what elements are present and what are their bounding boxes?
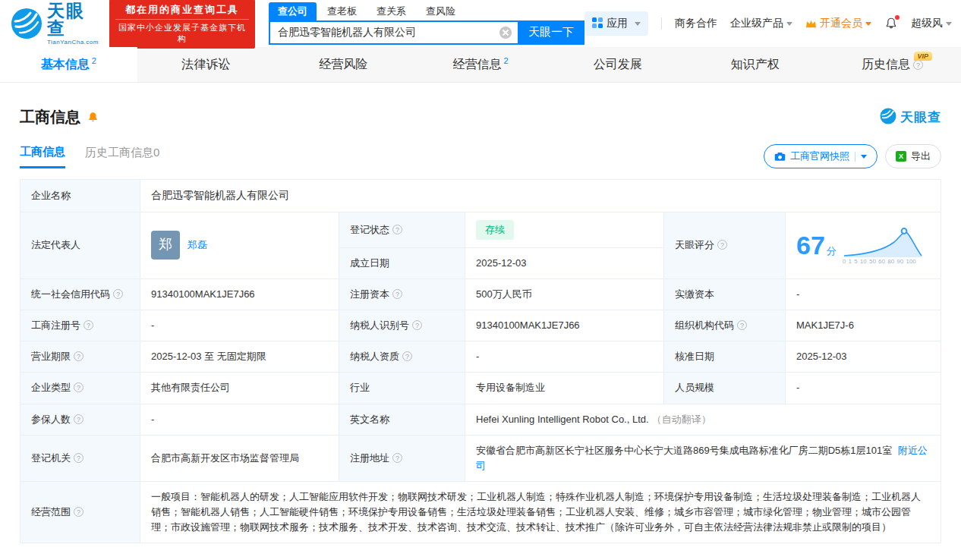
company-name-label: 企业名称 bbox=[20, 180, 140, 212]
brand-domain: TianYanCha.com bbox=[47, 39, 102, 46]
help-icon[interactable] bbox=[74, 453, 83, 463]
search-tab-relation[interactable]: 查关系 bbox=[367, 2, 415, 20]
tab-operation-info[interactable]: 经营信息2 bbox=[412, 47, 550, 82]
staff-label: 人员规模 bbox=[664, 373, 786, 404]
header-nav: 应用 商务合作 企业级产品 开通会员 超级风 bbox=[584, 11, 952, 36]
brand-name: 天眼查 bbox=[47, 2, 102, 37]
help-icon[interactable] bbox=[412, 320, 422, 330]
reg-status-label: 登记状态 bbox=[339, 212, 465, 247]
tab-count-badge: 2 bbox=[92, 56, 96, 65]
status-badge: 存续 bbox=[476, 220, 514, 240]
company-name: 合肥迅零智能机器人有限公司 bbox=[140, 180, 941, 212]
alarm-bell-icon[interactable] bbox=[87, 111, 99, 124]
tab-intellectual-property[interactable]: 知识产权 bbox=[686, 47, 824, 82]
insured: - bbox=[140, 404, 339, 435]
legal-rep-cell: 郑 郑磊 bbox=[140, 212, 339, 278]
score-chart: 0 1 5 10 50 60 80 90 100 bbox=[843, 226, 923, 265]
section-title: 工商信息 bbox=[20, 107, 80, 127]
search-input[interactable] bbox=[269, 20, 518, 45]
insured-label: 参保人数 bbox=[20, 404, 140, 435]
enterprise-product-menu[interactable]: 企业级产品 bbox=[730, 17, 792, 30]
page: 天眼查 TianYanCha.com 都在用的商业查询工具 国家中小企业发展子基… bbox=[0, 0, 961, 551]
legal-rep-avatar[interactable]: 郑 bbox=[151, 231, 180, 260]
reg-capital: 500万人民币 bbox=[465, 278, 664, 310]
apps-grid-icon bbox=[592, 17, 603, 30]
business-info-table: 企业名称 合肥迅零智能机器人有限公司 法定代表人 郑 郑磊 登记状态 存续 天眼… bbox=[20, 179, 941, 543]
business-scope: 一般项目：智能机器人的研发；人工智能应用软件开发；物联网技术研发；工业机器人制造… bbox=[140, 481, 941, 543]
chevron-down-icon bbox=[786, 22, 792, 26]
search-tab-company[interactable]: 查公司 bbox=[269, 2, 317, 20]
taxpayer-qual-label: 纳税人资质 bbox=[339, 341, 465, 373]
table-row: 企业类型 其他有限责任公司 行业 专用设备制造业 人员规模 - bbox=[20, 373, 941, 404]
business-coop-link[interactable]: 商务合作 bbox=[675, 17, 717, 30]
address: 安徽省合肥市高新区长宁社区服务中心长宁大道路869号集成电路标准化厂房二期D5栋… bbox=[476, 445, 892, 456]
table-row: 登记机关 合肥市高新开发区市场监督管理局 注册地址 安徽省合肥市高新区长宁社区服… bbox=[20, 435, 941, 481]
tab-operation-risk[interactable]: 经营风险 bbox=[275, 47, 412, 82]
tab-company-development[interactable]: 公司发展 bbox=[549, 47, 686, 82]
clear-icon[interactable] bbox=[499, 27, 512, 39]
approval-date: 2025-12-03 bbox=[786, 341, 941, 373]
divider bbox=[661, 17, 662, 30]
company-nav-tabs: 基本信息2 法律诉讼 经营风险 经营信息2 公司发展 知识产权 历史信息 VIP bbox=[0, 47, 961, 83]
help-icon[interactable] bbox=[402, 351, 412, 361]
table-row: 经营范围 一般项目：智能机器人的研发；人工智能应用软件开发；物联网技术研发；工业… bbox=[20, 481, 941, 543]
chevron-down-icon bbox=[635, 22, 641, 26]
apps-menu[interactable]: 应用 bbox=[584, 11, 648, 36]
promo-line1: 都在用的商业查询工具 bbox=[115, 3, 249, 17]
tyc-score: 67分 bbox=[796, 225, 837, 266]
tianyancha-logo[interactable]: 天眼查 TianYanCha.com bbox=[11, 2, 102, 46]
help-icon[interactable] bbox=[74, 507, 83, 517]
help-icon[interactable] bbox=[83, 320, 93, 330]
search-tab-risk[interactable]: 查风险 bbox=[417, 2, 465, 20]
tab-history-info[interactable]: 历史信息 VIP bbox=[824, 47, 961, 82]
reg-capital-label: 注册资本 bbox=[339, 278, 465, 310]
org-code: MAK1JE7J-6 bbox=[786, 310, 941, 341]
help-icon[interactable] bbox=[392, 453, 402, 463]
en-name-cell: Hefei Xunling Intelligent Robot Co., Ltd… bbox=[465, 404, 941, 435]
taxpayer-qual: - bbox=[465, 341, 664, 373]
help-icon[interactable] bbox=[74, 351, 83, 361]
crown-icon bbox=[805, 19, 817, 29]
help-icon[interactable] bbox=[392, 225, 402, 234]
snapshot-button[interactable]: 工商官网快照 bbox=[764, 144, 878, 168]
establish-date-label: 成立日期 bbox=[339, 247, 465, 278]
address-cell: 安徽省合肥市高新区长宁社区服务中心长宁大道路869号集成电路标准化厂房二期D5栋… bbox=[465, 435, 941, 481]
search-button[interactable]: 天眼一下 bbox=[518, 20, 584, 45]
taxpayer-id: 91340100MAK1JE7J66 bbox=[465, 310, 664, 341]
super-risk-menu[interactable]: 超级风 bbox=[911, 17, 952, 30]
address-label: 注册地址 bbox=[339, 435, 465, 481]
subtab-business-info[interactable]: 工商信息 bbox=[20, 145, 65, 168]
apps-menu-label: 应用 bbox=[607, 17, 628, 30]
paid-capital: - bbox=[786, 278, 941, 310]
reg-no-label: 工商注册号 bbox=[20, 310, 140, 341]
table-row: 参保人数 - 英文名称 Hefei Xunling Intelligent Ro… bbox=[20, 404, 941, 435]
term-label: 营业期限 bbox=[20, 341, 140, 373]
score-label: 天眼评分 bbox=[664, 212, 786, 278]
legal-rep-link[interactable]: 郑磊 bbox=[187, 238, 207, 253]
tyc-watermark-text: 天眼查 bbox=[900, 109, 941, 126]
tab-legal-litigation[interactable]: 法律诉讼 bbox=[137, 47, 275, 82]
paid-capital-label: 实缴资本 bbox=[664, 278, 786, 310]
search-tab-boss[interactable]: 查老板 bbox=[318, 2, 366, 20]
subtab-history-business-info[interactable]: 历史工商信息0 bbox=[85, 146, 159, 167]
credit-code-label: 统一社会信用代码 bbox=[20, 278, 140, 310]
vip-join-menu[interactable]: 开通会员 bbox=[805, 17, 871, 30]
notification-bell-icon[interactable] bbox=[884, 17, 898, 30]
help-icon[interactable] bbox=[717, 240, 727, 250]
help-icon[interactable] bbox=[74, 382, 83, 392]
tab-basic-info[interactable]: 基本信息2 bbox=[0, 47, 137, 82]
help-icon[interactable] bbox=[113, 289, 123, 299]
help-icon[interactable] bbox=[392, 289, 402, 299]
help-icon[interactable] bbox=[74, 414, 83, 424]
establish-date: 2025-12-03 bbox=[465, 247, 664, 278]
export-button[interactable]: 导出 bbox=[885, 144, 941, 168]
tab-count-badge: 2 bbox=[503, 56, 508, 65]
notification-dot bbox=[895, 15, 900, 20]
credit-code: 91340100MAK1JE7J66 bbox=[140, 278, 339, 310]
score-axis: 0 1 5 10 50 60 80 90 100 bbox=[843, 259, 923, 265]
promo-badge: 都在用的商业查询工具 国家中小企业发展子基金旗下机构 bbox=[109, 0, 255, 49]
authority-label: 登记机关 bbox=[20, 435, 140, 481]
reg-status-cell: 存续 bbox=[465, 212, 664, 247]
help-icon[interactable] bbox=[737, 320, 747, 330]
help-icon[interactable] bbox=[913, 60, 923, 70]
